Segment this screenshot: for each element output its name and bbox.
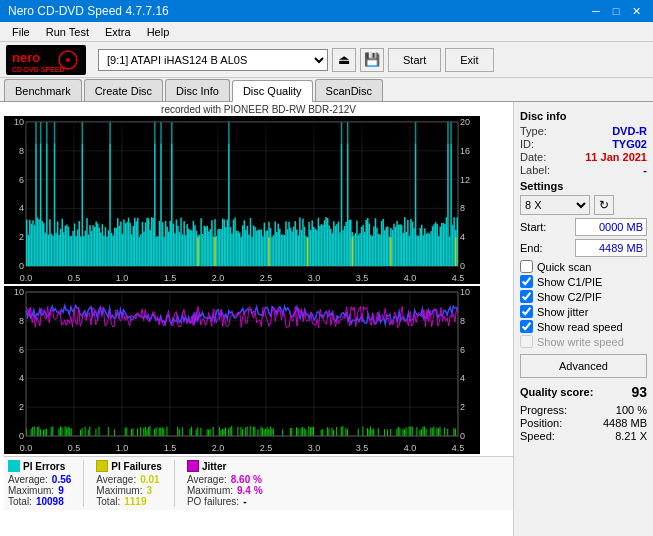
svg-text:CD·DVD SPEED: CD·DVD SPEED — [12, 66, 65, 73]
c2pif-row: Show C2/PIF — [520, 290, 647, 303]
jitter-checkbox[interactable] — [520, 305, 533, 318]
start-button[interactable]: Start — [388, 48, 441, 72]
jitter-legend — [187, 460, 199, 472]
jitter-label: Jitter — [202, 461, 226, 472]
top-chart — [4, 116, 513, 284]
quick-scan-row: Quick scan — [520, 260, 647, 273]
charts-area: recorded with PIONEER BD-RW BDR-212V PI … — [0, 102, 513, 536]
quality-score-label: Quality score: — [520, 386, 593, 398]
end-field-row: End: — [520, 239, 647, 257]
jitter-label: Show jitter — [537, 306, 588, 318]
drive-select[interactable]: [9:1] ATAPI iHAS124 B AL0S — [98, 49, 328, 71]
jitter-row: Show jitter — [520, 305, 647, 318]
menu-bar: File Run Test Extra Help — [0, 22, 653, 42]
speed-row: Speed: 8.21 X — [520, 430, 647, 442]
tab-benchmark[interactable]: Benchmark — [4, 79, 82, 101]
write-speed-label: Show write speed — [537, 336, 624, 348]
menu-file[interactable]: File — [4, 24, 38, 40]
menu-extra[interactable]: Extra — [97, 24, 139, 40]
jitter-values: Average: 8.60 % Maximum: 9.4 % PO failur… — [187, 474, 263, 507]
svg-text:nero: nero — [12, 50, 40, 65]
speed-select[interactable]: 8 X 4 X 12 X Max — [520, 195, 590, 215]
eject-button[interactable]: ⏏ — [332, 48, 356, 72]
stats-area: PI Errors Average: 0.56 Maximum: 9 Total… — [4, 456, 513, 510]
close-button[interactable]: ✕ — [627, 2, 645, 20]
tab-scandisc[interactable]: ScanDisc — [315, 79, 383, 101]
read-speed-row: Show read speed — [520, 320, 647, 333]
maximize-button[interactable]: □ — [607, 2, 625, 20]
tab-create-disc[interactable]: Create Disc — [84, 79, 163, 101]
write-speed-row: Show write speed — [520, 335, 647, 348]
pi-errors-label: PI Errors — [23, 461, 65, 472]
disc-id-row: ID: TYG02 — [520, 138, 647, 150]
read-speed-label: Show read speed — [537, 321, 623, 333]
progress-section: Progress: 100 % Position: 4488 MB Speed:… — [520, 404, 647, 442]
start-field-row: Start: — [520, 218, 647, 236]
nero-logo: nero CD·DVD SPEED — [6, 45, 86, 75]
minimize-button[interactable]: ─ — [587, 2, 605, 20]
c1pie-label: Show C1/PIE — [537, 276, 602, 288]
window-title: Nero CD-DVD Speed 4.7.7.16 — [8, 4, 587, 18]
c1pie-row: Show C1/PIE — [520, 275, 647, 288]
exit-button[interactable]: Exit — [445, 48, 493, 72]
quick-scan-checkbox[interactable] — [520, 260, 533, 273]
pi-errors-stats: PI Errors Average: 0.56 Maximum: 9 Total… — [8, 460, 71, 507]
menu-run-test[interactable]: Run Test — [38, 24, 97, 40]
position-row: Position: 4488 MB — [520, 417, 647, 429]
read-speed-checkbox[interactable] — [520, 320, 533, 333]
bottom-chart — [4, 286, 513, 454]
disc-info-title: Disc info — [520, 110, 647, 122]
menu-help[interactable]: Help — [139, 24, 178, 40]
main-content: recorded with PIONEER BD-RW BDR-212V PI … — [0, 102, 653, 536]
quality-score-row: Quality score: 93 — [520, 384, 647, 400]
save-button[interactable]: 💾 — [360, 48, 384, 72]
c2pif-checkbox[interactable] — [520, 290, 533, 303]
quality-score-value: 93 — [631, 384, 647, 400]
start-input[interactable] — [575, 218, 647, 236]
settings-title: Settings — [520, 180, 647, 192]
tab-bar: Benchmark Create Disc Disc Info Disc Qua… — [0, 78, 653, 102]
speed-row: 8 X 4 X 12 X Max ↻ — [520, 195, 647, 215]
progress-row: Progress: 100 % — [520, 404, 647, 416]
pi-failures-stats: PI Failures Average: 0.01 Maximum: 3 Tot… — [96, 460, 162, 507]
chart-title: recorded with PIONEER BD-RW BDR-212V — [4, 104, 513, 115]
pi-failures-values: Average: 0.01 Maximum: 3 Total: 1119 — [96, 474, 162, 507]
tab-disc-info[interactable]: Disc Info — [165, 79, 230, 101]
refresh-button[interactable]: ↻ — [594, 195, 614, 215]
pi-failures-legend — [96, 460, 108, 472]
pi-errors-legend — [8, 460, 20, 472]
tab-disc-quality[interactable]: Disc Quality — [232, 80, 313, 102]
pi-failures-label: PI Failures — [111, 461, 162, 472]
advanced-button[interactable]: Advanced — [520, 354, 647, 378]
write-speed-checkbox — [520, 335, 533, 348]
end-input[interactable] — [575, 239, 647, 257]
disc-date-row: Date: 11 Jan 2021 — [520, 151, 647, 163]
title-bar: Nero CD-DVD Speed 4.7.7.16 ─ □ ✕ — [0, 0, 653, 22]
svg-point-4 — [66, 58, 70, 62]
c2pif-label: Show C2/PIF — [537, 291, 602, 303]
c1pie-checkbox[interactable] — [520, 275, 533, 288]
jitter-stats: Jitter Average: 8.60 % Maximum: 9.4 % PO… — [187, 460, 263, 507]
disc-label-row: Label: - — [520, 164, 647, 176]
quick-scan-label: Quick scan — [537, 261, 591, 273]
right-panel: Disc info Type: DVD-R ID: TYG02 Date: 11… — [513, 102, 653, 536]
toolbar: nero CD·DVD SPEED [9:1] ATAPI iHAS124 B … — [0, 42, 653, 78]
pi-errors-values: Average: 0.56 Maximum: 9 Total: 10098 — [8, 474, 71, 507]
window-controls: ─ □ ✕ — [587, 2, 645, 20]
logo: nero CD·DVD SPEED — [6, 45, 86, 75]
disc-type-row: Type: DVD-R — [520, 125, 647, 137]
